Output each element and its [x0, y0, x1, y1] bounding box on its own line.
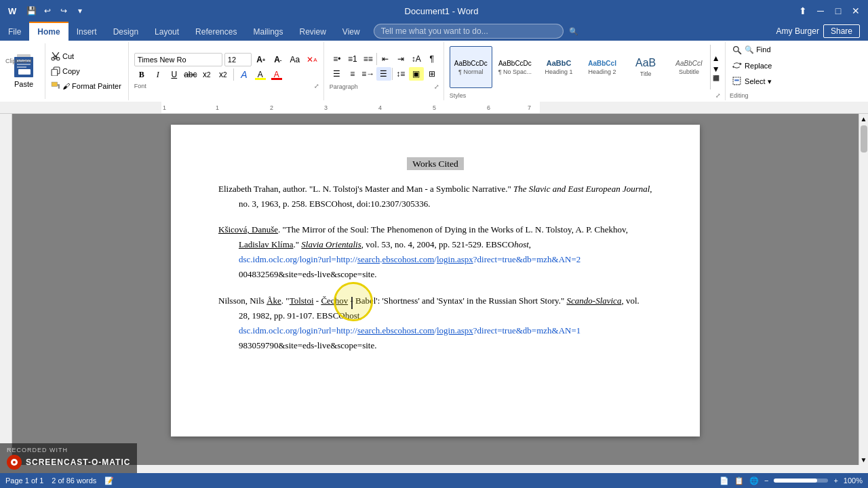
- style-no-spacing-name: ¶ No Spac...: [498, 68, 532, 75]
- style-title[interactable]: AaB Title: [625, 46, 667, 88]
- styles-dialog-launcher[interactable]: ⤢: [715, 92, 721, 99]
- underline-button[interactable]: U: [167, 68, 182, 81]
- select-button[interactable]: Select ▾: [730, 75, 774, 88]
- style-normal[interactable]: AaBbCcDc ¶ Normal: [450, 46, 492, 88]
- citation-3-link[interactable]: dsc.idm.oclc.org/login?url=http://search…: [239, 325, 580, 336]
- view-web-layout[interactable]: 🌐: [749, 476, 759, 485]
- paragraph-group: ≡• ≡1 ≡≡ ⇤ ⇥ ↕A ¶ ☰ ≡ ≡→ ☰ ↕≡ ▣ ⊞ Paragr…: [324, 42, 444, 100]
- replace-button[interactable]: Replace: [730, 59, 774, 72]
- restore-button[interactable]: □: [831, 4, 845, 18]
- zoom-slider[interactable]: [774, 479, 828, 483]
- document-page[interactable]: Works Cited Elizabeth Trahan, author. "L…: [171, 125, 700, 436]
- zoom-level: 100%: [844, 476, 863, 485]
- paragraph-dialog-launcher[interactable]: ⤢: [434, 83, 439, 90]
- style-heading1[interactable]: AaBbC Heading 1: [538, 46, 580, 88]
- svg-point-13: [734, 46, 739, 52]
- align-left-button[interactable]: ☰: [330, 67, 344, 81]
- style-heading2[interactable]: AaBbCcI Heading 2: [581, 46, 623, 88]
- tab-references[interactable]: References: [187, 22, 245, 41]
- tell-me-input[interactable]: [374, 24, 564, 39]
- cut-button[interactable]: Cut: [48, 49, 124, 63]
- minimize-button[interactable]: ─: [814, 4, 827, 18]
- clear-formatting-button[interactable]: ✕A: [304, 53, 319, 66]
- line-spacing-button[interactable]: ↕≡: [393, 67, 408, 81]
- tab-home[interactable]: Home: [29, 22, 68, 41]
- customize-quick-access-button[interactable]: ▾: [73, 4, 87, 18]
- strikethrough-button[interactable]: abc: [183, 68, 198, 81]
- view-print-layout[interactable]: 📋: [734, 476, 744, 485]
- show-formatting-button[interactable]: ¶: [425, 52, 439, 66]
- style-subtitle[interactable]: AaBbCcI Subtitle: [668, 46, 710, 88]
- text-effects-button[interactable]: A: [237, 68, 252, 81]
- window-controls: ⬆ ─ □ ✕: [796, 4, 863, 18]
- font-color-button[interactable]: A: [269, 68, 284, 81]
- style-heading2-name: Heading 2: [589, 68, 616, 75]
- ribbon-display-button[interactable]: ⬆: [796, 4, 810, 18]
- svg-point-9: [57, 58, 60, 60]
- citation-3: Nilsson, Nils Åke. "Tolstoi - Čechov - B…: [218, 293, 652, 353]
- view-read-mode[interactable]: 📄: [719, 476, 729, 485]
- undo-button[interactable]: ↩: [41, 4, 54, 18]
- tab-mailings[interactable]: Mailings: [245, 22, 291, 41]
- font-grow-button[interactable]: A+: [254, 53, 269, 66]
- highlight-color-button[interactable]: A: [253, 68, 268, 81]
- zoom-in-button[interactable]: +: [833, 476, 837, 485]
- tab-review[interactable]: Review: [291, 22, 334, 41]
- close-button[interactable]: ✕: [849, 4, 863, 18]
- redo-button[interactable]: ↪: [57, 4, 71, 18]
- style-title-preview: AaB: [635, 57, 656, 69]
- share-button[interactable]: Share: [823, 24, 860, 38]
- zoom-out-button[interactable]: −: [764, 476, 768, 485]
- vertical-scrollbar[interactable]: ▲ ▼: [859, 114, 868, 465]
- shading-button[interactable]: ▣: [409, 67, 424, 81]
- copy-button[interactable]: Copy: [48, 64, 124, 78]
- font-size-selector[interactable]: [224, 53, 252, 66]
- title-bar-left: W 💾 ↩ ↪ ▾: [5, 4, 87, 18]
- tab-view[interactable]: View: [334, 22, 368, 41]
- justify-button[interactable]: ☰: [376, 67, 391, 81]
- bold-button[interactable]: B: [134, 68, 149, 81]
- style-no-spacing-preview: AaBbCcDc: [498, 60, 532, 67]
- scroll-down-button[interactable]: ▼: [859, 455, 868, 465]
- font-shrink-button[interactable]: A-: [271, 53, 285, 66]
- borders-button[interactable]: ⊞: [425, 67, 439, 81]
- status-right: 📄 📋 🌐 − + 100%: [719, 476, 863, 485]
- numbering-button[interactable]: ≡1: [345, 52, 360, 66]
- scroll-thumb[interactable]: [861, 125, 867, 152]
- font-group-label: Font: [134, 83, 146, 89]
- find-button[interactable]: 🔍 Find: [730, 43, 773, 56]
- tab-insert[interactable]: Insert: [68, 22, 105, 41]
- svg-text:W: W: [8, 6, 17, 16]
- svg-rect-7: [18, 69, 31, 75]
- sort-button[interactable]: ↕A: [409, 52, 424, 66]
- tab-file[interactable]: File: [0, 22, 29, 41]
- styles-more-button[interactable]: ▲ ▼ ⬛: [710, 45, 721, 89]
- scroll-up-button[interactable]: ▲: [859, 114, 868, 124]
- italic-button[interactable]: I: [151, 68, 165, 81]
- tab-design[interactable]: Design: [105, 22, 146, 41]
- style-no-spacing[interactable]: AaBbCcDc ¶ No Spac...: [494, 46, 536, 88]
- left-margin: [0, 114, 12, 465]
- multilevel-list-button[interactable]: ≡≡: [361, 52, 376, 66]
- document-area[interactable]: Works Cited Elizabeth Trahan, author. "L…: [12, 114, 859, 465]
- align-center-button[interactable]: ≡: [345, 67, 360, 81]
- change-case-button[interactable]: Aa: [288, 53, 302, 66]
- font-face-selector[interactable]: [134, 53, 222, 66]
- title-bar: W 💾 ↩ ↪ ▾ Document1 - Word ⬆ ─ □ ✕: [0, 0, 868, 22]
- citation-2-link[interactable]: dsc.idm.oclc.org/login?url=http://search…: [239, 254, 580, 264]
- format-painter-button[interactable]: 🖌 Format Painter: [48, 79, 124, 93]
- window-title: Document1 - Word: [87, 6, 796, 16]
- bullets-button[interactable]: ≡•: [330, 52, 344, 66]
- subscript-button[interactable]: x2: [199, 68, 214, 81]
- superscript-button[interactable]: x2: [216, 68, 231, 81]
- decrease-indent-button[interactable]: ⇤: [378, 52, 393, 66]
- tab-layout[interactable]: Layout: [146, 22, 187, 41]
- align-right-button[interactable]: ≡→: [361, 67, 376, 81]
- editing-group: 🔍 Find Replace Select ▾ Editing: [726, 42, 778, 100]
- main-area: Works Cited Elizabeth Trahan, author. "L…: [0, 114, 868, 465]
- font-dialog-launcher[interactable]: ⤢: [314, 83, 319, 89]
- increase-indent-button[interactable]: ⇥: [393, 52, 408, 66]
- ruler: 1 1 2 3 4 5 6 7: [0, 102, 868, 114]
- ribbon-tabs: File Home Insert Design Layout Reference…: [0, 22, 868, 41]
- save-button[interactable]: 💾: [24, 4, 38, 18]
